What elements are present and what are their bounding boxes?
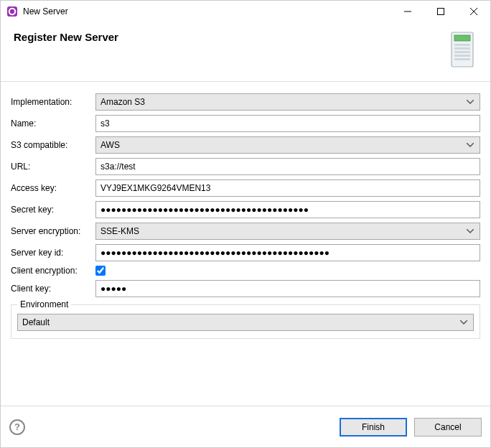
- form-area: Implementation: Amazon S3 Name: S3 compa…: [1, 82, 490, 339]
- url-label: URL:: [11, 162, 95, 172]
- clientkey-input[interactable]: [95, 280, 480, 297]
- svg-rect-11: [454, 55, 470, 57]
- svg-rect-12: [454, 58, 470, 60]
- environment-select[interactable]: Default: [17, 314, 474, 331]
- cancel-button[interactable]: Cancel: [414, 418, 482, 437]
- window-title: New Server: [23, 6, 391, 17]
- secretkey-input[interactable]: [95, 201, 480, 218]
- name-input[interactable]: [95, 115, 480, 132]
- url-input[interactable]: [95, 158, 480, 175]
- dialog-title: Register New Server: [14, 31, 447, 43]
- svg-rect-3: [438, 9, 444, 15]
- clientenc-checkbox[interactable]: [95, 266, 106, 276]
- footer: ? Finish Cancel: [1, 406, 490, 447]
- environment-group: Environment Default: [11, 304, 480, 339]
- clientenc-label: Client encryption:: [11, 266, 95, 276]
- serverkeyid-label: Server key id:: [11, 248, 95, 258]
- app-icon: [6, 6, 18, 17]
- svg-rect-7: [454, 35, 470, 41]
- accesskey-input[interactable]: [95, 179, 480, 197]
- maximize-button[interactable]: [424, 1, 457, 22]
- close-button[interactable]: [457, 1, 490, 22]
- implementation-label: Implementation:: [11, 97, 95, 107]
- serverenc-select[interactable]: SSE-KMS: [95, 223, 480, 240]
- secretkey-label: Secret key:: [11, 205, 95, 215]
- accesskey-label: Access key:: [11, 183, 95, 193]
- minimize-button[interactable]: [391, 1, 424, 22]
- serverkeyid-input[interactable]: [95, 244, 480, 261]
- svg-rect-9: [454, 47, 470, 50]
- help-icon: ?: [14, 421, 20, 432]
- help-button[interactable]: ?: [9, 419, 25, 435]
- implementation-select[interactable]: Amazon S3: [95, 93, 480, 111]
- dialog-header: Register New Server: [1, 22, 490, 82]
- clientkey-label: Client key:: [11, 284, 95, 294]
- s3compat-label: S3 compatible:: [11, 140, 95, 150]
- titlebar: New Server: [1, 1, 490, 22]
- svg-rect-10: [454, 51, 470, 53]
- environment-legend: Environment: [17, 299, 71, 309]
- finish-button[interactable]: Finish: [340, 418, 407, 437]
- serverenc-label: Server encryption:: [11, 226, 95, 236]
- name-label: Name:: [11, 118, 95, 129]
- s3compat-select[interactable]: AWS: [95, 136, 480, 154]
- server-icon: [447, 31, 477, 68]
- svg-rect-8: [454, 44, 470, 46]
